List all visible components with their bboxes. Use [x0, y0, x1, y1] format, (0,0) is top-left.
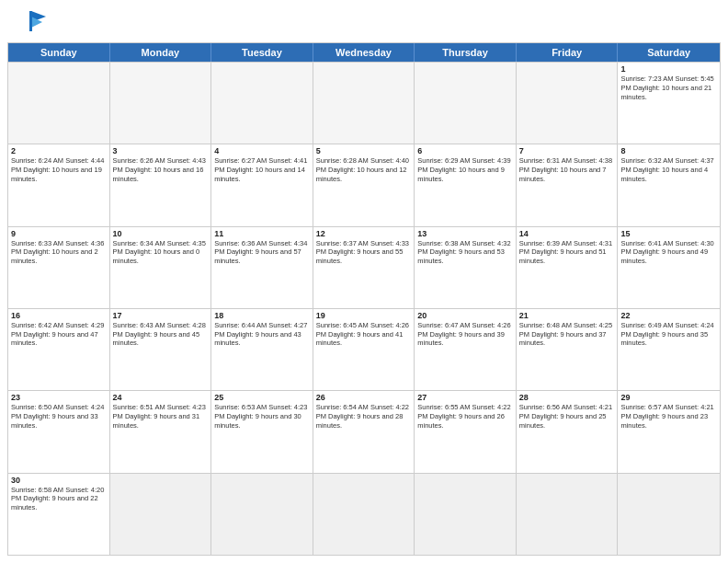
calendar-cell: 19Sunrise: 6:45 AM Sunset: 4:26 PM Dayli… — [313, 309, 415, 390]
calendar: SundayMondayTuesdayWednesdayThursdayFrid… — [0, 42, 728, 563]
calendar-cell — [415, 63, 517, 144]
calendar-header: SundayMondayTuesdayWednesdayThursdayFrid… — [7, 42, 721, 63]
calendar-cell: 26Sunrise: 6:54 AM Sunset: 4:22 PM Dayli… — [313, 391, 415, 472]
day-number: 11 — [214, 229, 310, 238]
calendar-cell — [8, 63, 110, 144]
cell-info: Sunrise: 6:41 AM Sunset: 4:30 PM Dayligh… — [620, 239, 717, 266]
calendar-cell: 10Sunrise: 6:34 AM Sunset: 4:35 PM Dayli… — [110, 227, 212, 308]
day-header-tuesday: Tuesday — [211, 43, 313, 62]
day-number: 6 — [417, 146, 513, 155]
day-number: 1 — [620, 64, 717, 74]
calendar-cell: 25Sunrise: 6:53 AM Sunset: 4:23 PM Dayli… — [211, 391, 313, 472]
calendar-row-2: 2Sunrise: 6:24 AM Sunset: 4:44 PM Daylig… — [8, 144, 720, 226]
day-number: 22 — [620, 311, 717, 320]
cell-info: Sunrise: 6:48 AM Sunset: 4:25 PM Dayligh… — [519, 321, 615, 348]
cell-info: Sunrise: 6:37 AM Sunset: 4:33 PM Dayligh… — [316, 239, 412, 266]
cell-info: Sunrise: 6:44 AM Sunset: 4:27 PM Dayligh… — [214, 321, 310, 348]
day-number: 19 — [316, 311, 412, 320]
calendar-cell: 21Sunrise: 6:48 AM Sunset: 4:25 PM Dayli… — [517, 309, 619, 390]
cell-info: Sunrise: 6:39 AM Sunset: 4:31 PM Dayligh… — [519, 239, 615, 266]
cell-info: Sunrise: 6:38 AM Sunset: 4:32 PM Dayligh… — [417, 239, 513, 266]
calendar-cell: 29Sunrise: 6:57 AM Sunset: 4:21 PM Dayli… — [618, 391, 720, 472]
day-number: 10 — [113, 229, 209, 238]
calendar-cell: 23Sunrise: 6:50 AM Sunset: 4:24 PM Dayli… — [8, 391, 110, 472]
calendar-cell: 3Sunrise: 6:26 AM Sunset: 4:43 PM Daylig… — [110, 144, 212, 225]
day-number: 30 — [11, 476, 107, 485]
cell-info: Sunrise: 6:27 AM Sunset: 4:41 PM Dayligh… — [214, 156, 310, 183]
day-number: 5 — [316, 146, 412, 155]
calendar-cell: 13Sunrise: 6:38 AM Sunset: 4:32 PM Dayli… — [415, 227, 517, 308]
calendar-cell: 24Sunrise: 6:51 AM Sunset: 4:23 PM Dayli… — [110, 391, 212, 472]
svg-rect-3 — [29, 11, 32, 31]
cell-info: Sunrise: 6:54 AM Sunset: 4:22 PM Dayligh… — [316, 403, 412, 430]
calendar-cell — [517, 474, 619, 555]
day-number: 9 — [11, 229, 107, 238]
day-number: 12 — [316, 229, 412, 238]
day-number: 8 — [620, 146, 717, 155]
day-number: 14 — [519, 229, 615, 238]
calendar-cell: 9Sunrise: 6:33 AM Sunset: 4:36 PM Daylig… — [8, 227, 110, 308]
day-header-monday: Monday — [110, 43, 212, 62]
day-number: 18 — [214, 311, 310, 320]
calendar-cell — [110, 474, 212, 555]
calendar-cell — [415, 474, 517, 555]
calendar-body: 1Sunrise: 7:23 AM Sunset: 5:45 PM Daylig… — [7, 63, 721, 556]
calendar-row-5: 23Sunrise: 6:50 AM Sunset: 4:24 PM Dayli… — [8, 391, 720, 473]
calendar-cell: 11Sunrise: 6:36 AM Sunset: 4:34 PM Dayli… — [211, 227, 313, 308]
day-number: 16 — [11, 311, 107, 320]
cell-info: Sunrise: 6:24 AM Sunset: 4:44 PM Dayligh… — [11, 156, 107, 183]
calendar-cell: 12Sunrise: 6:37 AM Sunset: 4:33 PM Dayli… — [313, 227, 415, 308]
calendar-cell — [211, 63, 313, 144]
calendar-cell: 14Sunrise: 6:39 AM Sunset: 4:31 PM Dayli… — [517, 227, 619, 308]
calendar-cell — [517, 63, 619, 144]
cell-info: Sunrise: 6:50 AM Sunset: 4:24 PM Dayligh… — [11, 403, 107, 430]
day-number: 13 — [417, 229, 513, 238]
calendar-cell: 16Sunrise: 6:42 AM Sunset: 4:29 PM Dayli… — [8, 309, 110, 390]
calendar-cell: 4Sunrise: 6:27 AM Sunset: 4:41 PM Daylig… — [211, 144, 313, 225]
cell-info: Sunrise: 6:34 AM Sunset: 4:35 PM Dayligh… — [113, 239, 209, 266]
calendar-row-3: 9Sunrise: 6:33 AM Sunset: 4:36 PM Daylig… — [8, 227, 720, 309]
day-number: 21 — [519, 311, 615, 320]
calendar-cell: 2Sunrise: 6:24 AM Sunset: 4:44 PM Daylig… — [8, 144, 110, 225]
calendar-cell: 8Sunrise: 6:32 AM Sunset: 4:37 PM Daylig… — [618, 144, 720, 225]
calendar-cell — [618, 474, 720, 555]
cell-info: Sunrise: 6:49 AM Sunset: 4:24 PM Dayligh… — [620, 321, 717, 348]
cell-info: Sunrise: 6:32 AM Sunset: 4:37 PM Dayligh… — [620, 156, 717, 183]
calendar-cell: 7Sunrise: 6:31 AM Sunset: 4:38 PM Daylig… — [517, 144, 619, 225]
day-header-wednesday: Wednesday — [313, 43, 415, 62]
calendar-row-4: 16Sunrise: 6:42 AM Sunset: 4:29 PM Dayli… — [8, 309, 720, 391]
calendar-cell — [211, 474, 313, 555]
day-number: 24 — [113, 393, 209, 402]
calendar-page: SundayMondayTuesdayWednesdayThursdayFrid… — [0, 0, 728, 563]
day-number: 7 — [519, 146, 615, 155]
day-number: 26 — [316, 393, 412, 402]
day-header-thursday: Thursday — [415, 43, 517, 62]
cell-info: Sunrise: 6:42 AM Sunset: 4:29 PM Dayligh… — [11, 321, 107, 348]
cell-info: Sunrise: 6:58 AM Sunset: 4:20 PM Dayligh… — [11, 486, 107, 512]
day-number: 2 — [11, 146, 107, 155]
day-header-saturday: Saturday — [618, 43, 720, 62]
calendar-row-1: 1Sunrise: 7:23 AM Sunset: 5:45 PM Daylig… — [8, 63, 720, 144]
day-number: 28 — [519, 393, 615, 402]
calendar-cell: 1Sunrise: 7:23 AM Sunset: 5:45 PM Daylig… — [618, 63, 720, 144]
day-number: 25 — [214, 393, 310, 402]
calendar-cell: 17Sunrise: 6:43 AM Sunset: 4:28 PM Dayli… — [110, 309, 212, 390]
calendar-cell: 27Sunrise: 6:55 AM Sunset: 4:22 PM Dayli… — [415, 391, 517, 472]
calendar-cell: 22Sunrise: 6:49 AM Sunset: 4:24 PM Dayli… — [618, 309, 720, 390]
cell-info: Sunrise: 6:43 AM Sunset: 4:28 PM Dayligh… — [113, 321, 209, 348]
day-number: 15 — [620, 229, 717, 238]
logo — [15, 9, 51, 37]
logo-icon — [15, 9, 48, 37]
day-number: 3 — [113, 146, 209, 155]
calendar-cell — [313, 474, 415, 555]
cell-info: Sunrise: 6:29 AM Sunset: 4:39 PM Dayligh… — [417, 156, 513, 183]
day-number: 23 — [11, 393, 107, 402]
calendar-cell: 20Sunrise: 6:47 AM Sunset: 4:26 PM Dayli… — [415, 309, 517, 390]
cell-info: Sunrise: 6:28 AM Sunset: 4:40 PM Dayligh… — [316, 156, 412, 183]
cell-info: Sunrise: 6:47 AM Sunset: 4:26 PM Dayligh… — [417, 321, 513, 348]
cell-info: Sunrise: 6:36 AM Sunset: 4:34 PM Dayligh… — [214, 239, 310, 266]
cell-info: Sunrise: 6:31 AM Sunset: 4:38 PM Dayligh… — [519, 156, 615, 183]
day-header-sunday: Sunday — [8, 43, 110, 62]
day-number: 17 — [113, 311, 209, 320]
cell-info: Sunrise: 6:53 AM Sunset: 4:23 PM Dayligh… — [214, 403, 310, 430]
